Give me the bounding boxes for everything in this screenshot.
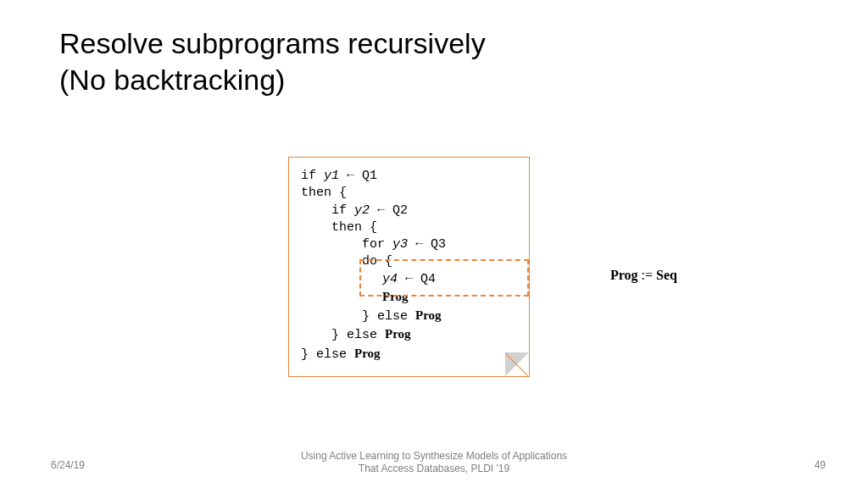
code-line-3: if y2 ← Q2 [301, 202, 517, 219]
code-line-5: for y3 ← Q3 [301, 236, 517, 253]
code-line-9: } else Prog [301, 307, 517, 325]
code-line-4: then { [301, 219, 517, 236]
title-line2: (No backtracking) [59, 64, 285, 96]
code-line-10: } else Prog [301, 325, 517, 344]
grammar-rule: Prog := Seq [610, 268, 677, 283]
footer-page-number: 49 [815, 459, 826, 471]
code-line-8: Prog [301, 288, 517, 307]
code-line-11: } else Prog [301, 345, 517, 363]
title-line1: Resolve subprograms recursively [59, 27, 486, 59]
code-line-6: do { [301, 253, 517, 270]
footer-caption: Using Active Learning to Synthesize Mode… [0, 450, 868, 476]
code-box: if y1 ← Q1 then { if y2 ← Q2 then { for … [288, 157, 530, 377]
page-fold-icon [505, 352, 529, 376]
code-line-2: then { [301, 185, 517, 202]
code-line-1: if y1 ← Q1 [301, 168, 517, 185]
slide-title: Resolve subprograms recursively (No back… [59, 25, 486, 97]
code-line-7: y4 ← Q4 [301, 271, 517, 288]
